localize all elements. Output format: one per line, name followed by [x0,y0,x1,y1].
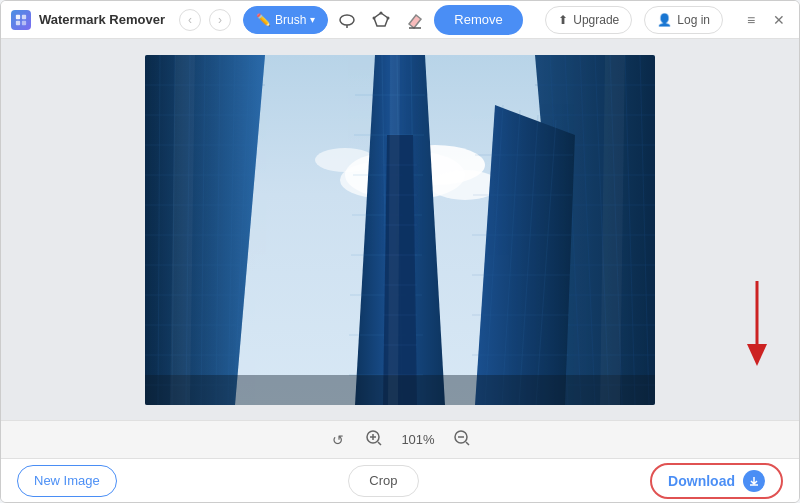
brush-icon: ✏️ [256,13,271,27]
canvas-area [1,39,799,420]
app-logo [11,10,31,30]
zoom-in-button[interactable] [362,428,386,452]
svg-marker-78 [383,135,417,405]
nav-forward-button[interactable]: › [209,9,231,31]
zoom-reset-button[interactable]: ↺ [326,428,350,452]
login-label: Log in [677,13,710,27]
crop-label: Crop [369,473,397,488]
svg-rect-87 [145,375,655,405]
brush-label: Brush [275,13,306,27]
upgrade-icon: ⬆ [558,13,568,27]
arrow-annotation [727,276,787,376]
svg-rect-0 [16,14,20,18]
close-button[interactable]: ✕ [769,10,789,30]
svg-rect-2 [16,20,20,24]
svg-point-4 [340,15,354,25]
remove-button[interactable]: Remove [434,5,522,35]
svg-marker-90 [388,55,400,405]
content-area: ↺ 101% [1,39,799,458]
right-actions: ⬆ Upgrade 👤 Log in ≡ ✕ [545,6,789,34]
new-image-button[interactable]: New Image [17,465,117,497]
brush-tool-button[interactable]: ✏️ Brush ▾ [243,6,328,34]
zoom-in-icon [365,429,383,450]
svg-line-99 [466,442,469,445]
upgrade-button[interactable]: ⬆ Upgrade [545,6,632,34]
zoom-level: 101% [398,432,438,447]
titlebar: Watermark Remover ‹ › ✏️ Brush ▾ [1,1,799,39]
toolbar: ✏️ Brush ▾ [243,5,537,35]
crop-button[interactable]: Crop [348,465,418,497]
remove-label: Remove [454,12,502,27]
bottom-bar: New Image Crop Download [1,458,799,502]
svg-line-96 [378,442,381,445]
svg-point-8 [373,16,376,19]
eraser-tool-button[interactable] [400,6,430,34]
new-image-label: New Image [34,473,100,488]
download-icon [743,470,765,492]
svg-rect-1 [22,14,26,18]
menu-button[interactable]: ≡ [741,10,761,30]
building-image [145,55,655,405]
login-button[interactable]: 👤 Log in [644,6,723,34]
svg-rect-3 [22,20,26,24]
polygon-tool-button[interactable] [366,6,396,34]
brush-dropdown-icon: ▾ [310,14,315,25]
zoom-out-icon [453,429,471,450]
user-icon: 👤 [657,13,672,27]
svg-point-15 [315,148,375,172]
app-window: Watermark Remover ‹ › ✏️ Brush ▾ [0,0,800,503]
svg-marker-92 [747,344,767,366]
download-button[interactable]: Download [650,463,783,499]
app-title: Watermark Remover [39,12,165,27]
download-label: Download [668,473,735,489]
svg-point-7 [387,16,390,19]
svg-point-6 [380,11,383,14]
zoom-bar: ↺ 101% [1,420,799,458]
win-controls: ≡ ✕ [741,10,789,30]
zoom-reset-icon: ↺ [332,432,344,448]
nav-back-button[interactable]: ‹ [179,9,201,31]
upgrade-label: Upgrade [573,13,619,27]
lasso-tool-button[interactable] [332,6,362,34]
zoom-out-button[interactable] [450,428,474,452]
